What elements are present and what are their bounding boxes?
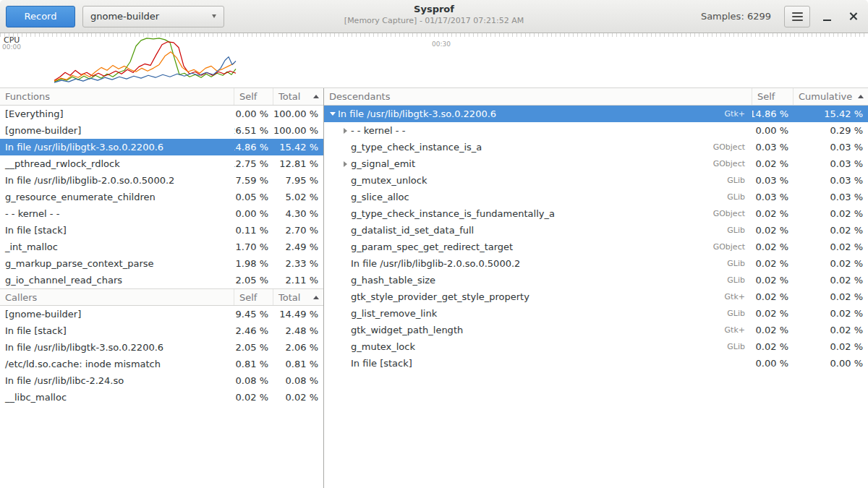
column-header-callers[interactable]: Callers	[0, 289, 234, 305]
self-value: 0.02 %	[752, 255, 793, 272]
column-header-self[interactable]: Self	[234, 88, 273, 105]
main-content: FunctionsSelfTotal [Everything]0.00 %100…	[0, 88, 868, 488]
cpu-usage-chart	[0, 33, 868, 87]
total-value: 7.95 %	[273, 172, 323, 189]
table-row[interactable]: g_param_spec_get_redirect_targetGObject0…	[324, 239, 868, 255]
function-name: g_type_check_instance_is_fundamentally_a	[351, 208, 555, 219]
cumulative-value: 0.02 %	[793, 239, 868, 255]
function-name: g_datalist_id_set_data_full	[351, 225, 474, 236]
window-title-area: Sysprof [Memory Capture] - 01/17/2017 07…	[344, 4, 524, 25]
table-row[interactable]: - - kernel - -0.00 %0.29 %	[324, 122, 868, 139]
table-row[interactable]: In file [stack]2.46 %2.48 %	[0, 322, 323, 339]
table-row[interactable]: __libc_malloc0.02 %0.02 %	[0, 389, 323, 406]
expander-icon[interactable]	[327, 106, 338, 122]
self-value: 0.02 %	[752, 205, 793, 222]
self-value: 2.05 %	[234, 272, 273, 288]
expander-icon[interactable]	[340, 122, 351, 139]
cpu-graph[interactable]: CPU 00:00 00:30	[0, 33, 868, 88]
record-button[interactable]: Record	[6, 6, 75, 27]
cumulative-value: 0.02 %	[793, 305, 868, 322]
total-value: 0.02 %	[273, 389, 323, 406]
table-row[interactable]: _int_malloc1.70 %2.49 %	[0, 239, 323, 255]
table-row[interactable]: g_io_channel_read_chars2.05 %2.11 %	[0, 272, 323, 288]
expander-spacer	[340, 338, 351, 355]
window-title: Sysprof	[344, 4, 524, 14]
table-row[interactable]: g_hash_table_sizeGLib0.02 %0.02 %	[324, 272, 868, 288]
table-row[interactable]: In file /usr/lib/libglib-2.0.so.0.5000.2…	[324, 255, 868, 272]
table-row[interactable]: /etc/ld.so.cache: inode mismatch0.81 %0.…	[0, 356, 323, 372]
table-row[interactable]: In file [stack]0.00 %0.00 %	[324, 355, 868, 372]
self-value: 0.02 %	[752, 305, 793, 322]
table-row[interactable]: In file [stack]0.11 %2.70 %	[0, 222, 323, 239]
cumulative-value: 0.29 %	[793, 122, 868, 139]
column-header-label: Self	[757, 91, 775, 102]
table-row[interactable]: g_type_check_instance_is_aGObject0.03 %0…	[324, 139, 868, 155]
table-row[interactable]: gtk_style_provider_get_style_propertyGtk…	[324, 288, 868, 305]
column-header-label: Cumulative	[799, 91, 852, 102]
table-row[interactable]: g_datalist_id_set_data_fullGLib0.02 %0.0…	[324, 222, 868, 239]
column-header-functions[interactable]: Functions	[0, 88, 234, 105]
cumulative-value: 0.02 %	[793, 205, 868, 222]
table-row[interactable]: g_signal_emitGObject0.02 %0.03 %	[324, 155, 868, 172]
column-header-cumulative[interactable]: Cumulative	[793, 88, 868, 105]
table-row[interactable]: gtk_widget_path_lengthGtk+0.02 %0.02 %	[324, 322, 868, 338]
column-header-total[interactable]: Total	[273, 88, 323, 105]
expander-spacer	[340, 222, 351, 239]
table-row[interactable]: g_type_check_instance_is_fundamentally_a…	[324, 205, 868, 222]
function-name: [gnome-builder]	[0, 122, 234, 139]
library-badge: GObject	[713, 142, 752, 152]
self-value: 1.98 %	[234, 255, 273, 272]
table-row[interactable]: [gnome-builder]26.51 %100.00 %	[0, 122, 323, 139]
table-row[interactable]: In file /usr/lib/libgtk-3.so.0.2200.614.…	[0, 139, 323, 155]
column-header-self[interactable]: Self	[752, 88, 793, 105]
function-name: /etc/ld.so.cache: inode mismatch	[0, 356, 234, 372]
table-row[interactable]: In file /usr/lib/libgtk-3.so.0.2200.6Gtk…	[324, 106, 868, 122]
function-name: g_slice_alloc	[351, 192, 409, 202]
total-value: 4.30 %	[273, 205, 323, 222]
function-name: g_mutex_unlock	[351, 175, 427, 186]
table-row[interactable]: In file /usr/lib/libgtk-3.so.0.2200.62.0…	[0, 339, 323, 356]
self-value: 0.03 %	[752, 139, 793, 155]
table-row[interactable]: __pthread_rwlock_rdlock12.75 %12.81 %	[0, 155, 323, 172]
process-selector-dropdown[interactable]: gnome-builder	[82, 6, 224, 27]
expander-spacer	[340, 189, 351, 205]
close-button[interactable]	[843, 7, 862, 26]
table-row[interactable]: g_list_remove_linkGLib0.02 %0.02 %	[324, 305, 868, 322]
function-name: In file /usr/lib/libgtk-3.so.0.2200.6	[0, 339, 234, 356]
table-row[interactable]: g_mutex_lockGLib0.02 %0.02 %	[324, 338, 868, 355]
library-badge: Gtk+	[725, 109, 752, 119]
table-row[interactable]: [gnome-builder]9.45 %14.49 %	[0, 306, 323, 322]
library-badge: GLib	[727, 226, 752, 235]
table-row[interactable]: g_mutex_unlockGLib0.03 %0.03 %	[324, 172, 868, 189]
total-value: 2.70 %	[273, 222, 323, 239]
expander-open-icon	[330, 112, 336, 116]
total-value: 15.42 %	[273, 139, 323, 155]
total-value: 2.49 %	[273, 239, 323, 255]
table-row[interactable]: [Everything]0.00 %100.00 %	[0, 106, 323, 122]
expander-icon[interactable]	[340, 155, 351, 172]
table-row[interactable]: In file /usr/lib/libglib-2.0.so.0.5000.2…	[0, 172, 323, 189]
callers-table-body: [gnome-builder]9.45 %14.49 %In file [sta…	[0, 306, 323, 488]
library-badge: GLib	[727, 309, 752, 318]
table-row[interactable]: In file /usr/lib/libc-2.24.so0.08 %0.08 …	[0, 372, 323, 389]
column-header-descendants[interactable]: Descendants	[324, 88, 752, 105]
cumulative-value: 0.03 %	[793, 172, 868, 189]
cumulative-value: 0.00 %	[793, 355, 868, 372]
table-row[interactable]: - - kernel - -0.00 %4.30 %	[0, 205, 323, 222]
function-name: In file /usr/lib/libc-2.24.so	[0, 372, 234, 389]
self-value: 0.05 %	[234, 189, 273, 205]
table-row[interactable]: g_resource_enumerate_children0.05 %5.02 …	[0, 189, 323, 205]
minimize-button[interactable]	[817, 7, 836, 26]
self-value: 0.02 %	[752, 239, 793, 255]
table-row[interactable]: g_markup_parse_context_parse1.98 %2.33 %	[0, 255, 323, 272]
library-badge: GObject	[713, 242, 752, 252]
column-header-self[interactable]: Self	[234, 289, 273, 305]
cumulative-value: 0.02 %	[793, 222, 868, 239]
library-badge: Gtk+	[725, 292, 752, 301]
expander-spacer	[340, 205, 351, 222]
table-row[interactable]: g_slice_allocGLib0.03 %0.03 %	[324, 189, 868, 205]
function-name: gtk_style_provider_get_style_property	[351, 291, 529, 302]
menu-button[interactable]	[784, 6, 810, 27]
total-value: 2.06 %	[273, 339, 323, 356]
column-header-total[interactable]: Total	[273, 289, 323, 305]
